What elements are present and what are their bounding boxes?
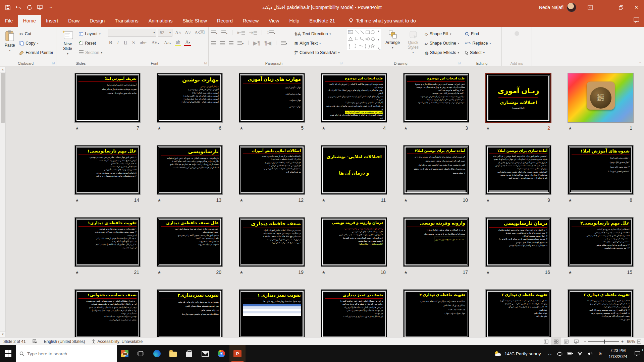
slide-thumbnail-4[interactable]: علت انتخاب این موضوعشاید بتوان با این رو… <box>321 73 387 123</box>
tab-animations[interactable]: Animations <box>144 15 178 27</box>
slide-thumbnail-8[interactable]: شیوه های آموزش املا۱۱-نشانه محور (پایه ا… <box>568 145 634 195</box>
arrange-button[interactable]: Arrange▾ <box>384 29 401 59</box>
font-name-combo[interactable]: ▾ <box>108 29 156 37</box>
shape-fill-button[interactable]: ◇Shape Fill▾ <box>425 30 459 38</box>
comments-icon[interactable] <box>634 17 639 23</box>
clock[interactable]: 7:23 PM 1/13/2024 <box>605 348 631 360</box>
slide-thumbnail-9[interactable]: آماده سازی برای نوشتن املا۱۱نشستن: دانش … <box>485 145 551 195</box>
convert-smartart-button[interactable]: ⬱Convert to SmartArt▾ <box>294 49 340 56</box>
clear-formatting-icon[interactable]: A⌫ <box>194 30 206 36</box>
powerpoint-taskbar-icon[interactable]: P <box>229 345 246 362</box>
slide-thumbnail-19[interactable]: ضعف حافظه دیداریعمده ترین مشکل املایی دا… <box>239 217 305 267</box>
slide-thumbnail-14[interactable]: علل مهم نارسانویسی۱۱- دانش آموز مهارت ها… <box>74 145 141 195</box>
slide-thumbnail-28[interactable]: ضعف حساسیت شنوایی۱برخی از مشکلات املایی … <box>74 289 141 337</box>
reading-view-button[interactable] <box>561 338 571 345</box>
tab-help[interactable]: Help <box>284 15 304 27</box>
onedrive-icon[interactable] <box>555 345 565 362</box>
quick-styles-button[interactable]: Quick Styles▾ <box>404 29 422 59</box>
layout-button[interactable]: Layout▾ <box>79 30 102 38</box>
tab-slide-show[interactable]: Slide Show <box>177 15 212 27</box>
select-button[interactable]: Select▾ <box>465 49 491 56</box>
shapes-scroll-down-icon[interactable]: ▼ <box>377 39 380 41</box>
store-icon[interactable] <box>181 345 197 362</box>
normal-view-button[interactable] <box>541 338 551 345</box>
addins-button[interactable] <box>507 29 527 59</box>
zoom-level[interactable]: 66% <box>627 339 635 344</box>
zoom-in-icon[interactable]: + <box>621 339 624 344</box>
columns-icon[interactable]: ▾ <box>281 40 287 46</box>
cut-button[interactable]: ✂Cut <box>19 30 53 38</box>
account-name[interactable]: Neda Najafi <box>539 5 564 10</box>
font-dialog-launcher[interactable]: ◱ <box>204 61 207 65</box>
slide-thumbnail-21[interactable]: تقویت حافظه ی دیداری۱۱-نشان دادن دو تصوی… <box>74 217 141 267</box>
task-view-icon[interactable] <box>133 345 149 362</box>
paste-button[interactable]: Paste▾ <box>3 29 17 59</box>
section-button[interactable]: Section▾ <box>79 49 102 56</box>
decrease-font-size-icon[interactable]: A˅ <box>184 30 192 36</box>
language-keyboard-indicator[interactable]: فا <box>595 345 605 362</box>
tab-file[interactable]: File <box>0 15 18 27</box>
slide-thumbnail-7[interactable]: تعریف آموزش املاآموزش توانایی جانشین کرد… <box>74 73 141 123</box>
tab-home[interactable]: Home <box>18 15 41 27</box>
scrollbar-thumb[interactable] <box>1 73 5 123</box>
slide-thumbnail-3[interactable]: علت انتخاب این موضوعدانش آموزانی هستند ک… <box>403 73 469 123</box>
collapse-ribbon-icon[interactable]: ⌃ <box>639 61 641 65</box>
align-center-icon[interactable] <box>220 41 225 45</box>
ltr-direction-icon[interactable]: ▶¶ <box>253 40 260 46</box>
slide-counter[interactable]: Slide 2 of 41 <box>0 338 29 345</box>
vertical-scrollbar[interactable]: ▲ ▼ <box>0 67 6 337</box>
slide-thumbnail-18[interactable]: درمان وارونه و قرینه نویسیراهکار جهت رفع… <box>321 217 387 267</box>
text-direction-button[interactable]: ⇅AText Direction▾ <box>294 30 340 38</box>
numbering-icon[interactable]: ▾ <box>221 29 227 36</box>
shapes-scroll-up-icon[interactable]: ▲ <box>377 30 380 32</box>
clipboard-dialog-launcher[interactable]: ◱ <box>52 61 55 65</box>
highlight-color-button[interactable]: ab <box>175 40 181 46</box>
tab-review[interactable]: Review <box>238 15 264 27</box>
justify-icon[interactable]: ▾ <box>237 40 244 46</box>
scroll-down-icon[interactable]: ▼ <box>0 331 6 337</box>
fit-to-window-icon[interactable] <box>637 340 641 344</box>
slide-thumbnail-20[interactable]: علل ضعف حافظه‌ی دیداری-عدم تمرین و تکرار… <box>157 217 223 267</box>
search-input[interactable] <box>27 351 108 356</box>
shape-outline-button[interactable]: ▱Shape Outline▾ <box>425 40 459 47</box>
language-indicator[interactable]: English (United States) <box>41 338 89 345</box>
tab-design[interactable]: Design <box>85 15 110 27</box>
change-case-button[interactable]: Aa▾ <box>163 40 172 46</box>
slide-thumbnail-17[interactable]: وارونه وقرینه نویسیبرخی از کودکان به هنگ… <box>403 217 469 267</box>
accessibility-status[interactable]: Accessibility: Unavailable <box>88 338 146 345</box>
colorful-app-icon[interactable] <box>117 345 133 362</box>
tab-record[interactable]: Record <box>212 15 238 27</box>
undo-icon[interactable] <box>15 4 21 10</box>
action-center-icon[interactable]: 1 <box>631 345 644 362</box>
close-button[interactable]: ✕ <box>629 0 644 15</box>
redo-icon[interactable] <box>26 4 32 10</box>
file-explorer-icon[interactable] <box>165 345 181 362</box>
italic-button[interactable]: I <box>116 40 120 46</box>
tab-view[interactable]: View <box>264 15 284 27</box>
slide-thumbnail-12[interactable]: اشکالات املایی دانش آموزان۱اختلالات املا… <box>239 145 305 195</box>
slide-thumbnail-27[interactable]: تقویت تمیزدیداری۲نشانه (حرف) مورد نظر را… <box>157 289 223 337</box>
shapes-gallery[interactable]: ▲ ▼ ▼̲ <box>347 29 381 50</box>
slide-thumbnail-13[interactable]: نارسانویسینارسانویسی به وضعیتی اطلاق می … <box>157 145 223 195</box>
align-text-button[interactable]: ⊞Align Text▾ <box>294 40 340 47</box>
reset-button[interactable]: Reset <box>79 40 102 47</box>
format-painter-button[interactable]: Format Painter <box>19 49 53 56</box>
paragraph-dialog-launcher[interactable]: ◱ <box>339 61 342 65</box>
spellcheck-icon[interactable] <box>29 338 41 345</box>
slideshow-view-button[interactable] <box>571 338 581 345</box>
new-slide-button[interactable]: New Slide▾ <box>59 29 76 59</box>
battery-icon[interactable] <box>565 345 575 362</box>
strikethrough-button[interactable]: abe <box>139 40 147 46</box>
slide-thumbnail-5[interactable]: مهارت های زبان آموزیمهارت گوش کردنمهارت … <box>239 73 305 123</box>
mail-icon[interactable] <box>197 345 213 362</box>
slide-sorter-view-button[interactable] <box>551 338 561 345</box>
avatar[interactable] <box>567 3 576 12</box>
minimize-button[interactable]: — <box>598 0 613 15</box>
slide-thumbnail-15[interactable]: علل مهم نارسانویسی۲۷-خطا در ادراک دیداری… <box>568 217 634 267</box>
save-icon[interactable] <box>5 4 11 10</box>
tray-chevron-icon[interactable]: ︿ <box>545 345 555 362</box>
slide-thumbnail-2[interactable]: زبـان آموزیاختلالات نوشتاری(املا نویسی) <box>485 73 551 123</box>
customize-qat-icon[interactable]: ⸱▾ <box>48 4 54 10</box>
align-right-icon[interactable] <box>229 41 233 45</box>
slide-thumbnail-16[interactable]: درمان نارسانویسی۱- در اختیار قرار دادن ر… <box>485 217 551 267</box>
